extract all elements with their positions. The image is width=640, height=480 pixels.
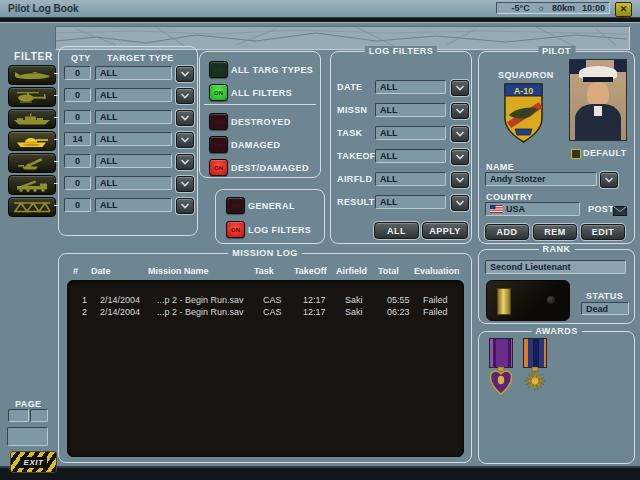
log-filters-toggle[interactable]: ON — [226, 221, 245, 238]
col-takeoff: TakeOff — [294, 266, 336, 276]
mission-log-box: MISSION LOG # Date Mission Name Task Tak… — [58, 253, 472, 463]
default-checkbox[interactable] — [571, 149, 581, 159]
qty-field-3[interactable]: 14 — [64, 132, 91, 146]
log-filters-label: LOG FILTERS — [248, 225, 311, 235]
target-type-dropdown-button-6[interactable] — [176, 198, 194, 214]
task-filter-label: TASK — [337, 128, 362, 138]
chevron-down-icon — [180, 93, 190, 99]
target-type-select-4[interactable]: ALL — [95, 154, 172, 168]
apply-button[interactable]: APPLY — [422, 222, 468, 239]
damaged-toggle[interactable]: ON — [209, 136, 228, 153]
pilot-log-book-screen: Pilot Log Book -5°C ☼ 80km 10:00 ✕ FILTE… — [0, 0, 640, 480]
second-lieutenant-bar-icon — [497, 288, 511, 315]
target-type-dropdown-button-5[interactable] — [176, 176, 194, 192]
dest-damaged-toggle[interactable]: ON — [209, 159, 228, 176]
mail-icon[interactable] — [613, 202, 627, 220]
destroyed-toggle[interactable]: ON — [209, 113, 228, 130]
takeoff-filter-dropdown-button[interactable] — [451, 149, 469, 165]
qty-field-0[interactable]: 0 — [64, 66, 91, 80]
date-filter-label: DATE — [337, 82, 362, 92]
result-filter-dropdown-button[interactable] — [451, 195, 469, 211]
pilot-title: PILOT — [538, 46, 575, 56]
sam-truck-icon — [12, 178, 52, 192]
qty-field-5[interactable]: 0 — [64, 176, 91, 190]
mission-log-row[interactable]: 1 2/14/2004 ...p 2 - Begin Run.sav CAS 1… — [68, 294, 463, 306]
svg-text:A-10: A-10 — [514, 86, 534, 96]
target-type-dropdown-button-1[interactable] — [176, 88, 194, 104]
close-icon: ✕ — [620, 4, 628, 14]
qty-field-6[interactable]: 0 — [64, 198, 91, 212]
edit-button[interactable]: EDIT — [581, 224, 625, 240]
col-mission-name: Mission Name — [148, 266, 254, 276]
helicopter-icon — [12, 90, 52, 104]
all-targ-types-label: ALL TARG TYPES — [231, 65, 313, 75]
task-filter-select[interactable]: ALL — [375, 126, 446, 140]
title-bar: Pilot Log Book -5°C ☼ 80km 10:00 ✕ — [0, 0, 640, 18]
target-type-select-6[interactable]: ALL — [95, 198, 172, 212]
result-filter-select[interactable]: ALL — [375, 195, 446, 209]
missn-filter-select[interactable]: ALL — [375, 103, 446, 117]
target-type-dropdown-button-0[interactable] — [176, 66, 194, 82]
damaged-label: DAMAGED — [231, 140, 280, 150]
target-type-select-5[interactable]: ALL — [95, 176, 172, 190]
country-label: COUNTRY — [486, 192, 533, 202]
destroyed-label: DESTROYED — [231, 117, 291, 127]
general-toggle[interactable]: ON — [226, 197, 245, 214]
qty-field-4[interactable]: 0 — [64, 154, 91, 168]
col-total: Total — [378, 266, 414, 276]
filter-button-helicopter[interactable] — [8, 87, 56, 107]
target-type-select-1[interactable]: ALL — [95, 88, 172, 102]
qty-field-1[interactable]: 0 — [64, 88, 91, 102]
exit-button[interactable]: EXIT — [10, 451, 57, 473]
takeoff-filter-select[interactable]: ALL — [375, 149, 446, 163]
post-label: POST — [588, 204, 614, 214]
target-type-select-2[interactable]: ALL — [95, 110, 172, 124]
all-filters-label: ALL FILTERS — [231, 88, 292, 98]
usa-flag-icon — [490, 205, 503, 213]
filter-button-ship[interactable] — [8, 109, 56, 129]
target-type-select-0[interactable]: ALL — [95, 66, 172, 80]
purple-heart-ribbon-icon — [489, 338, 513, 368]
rank-box: RANK Second Lieutenant STATUS Dead — [478, 249, 635, 324]
divider — [204, 104, 316, 105]
main-panel: FILTER QTY TARGET — [0, 22, 640, 468]
log-filters-box: LOG FILTERS DATE ALL MISSN ALL TASK ALL … — [330, 51, 472, 244]
airfld-filter-dropdown-button[interactable] — [451, 172, 469, 188]
general-toggles-box: ON GENERAL ON LOG FILTERS — [215, 189, 325, 244]
chevron-down-icon — [604, 177, 614, 183]
qty-field-2[interactable]: 0 — [64, 110, 91, 124]
target-type-dropdown-button-2[interactable] — [176, 110, 194, 126]
country-value: USA — [506, 203, 525, 215]
country-field[interactable]: USA — [485, 202, 580, 216]
target-type-select-3[interactable]: ALL — [95, 132, 172, 146]
filter-section-label: FILTER — [14, 51, 53, 62]
missn-filter-dropdown-button[interactable] — [451, 103, 469, 119]
all-button[interactable]: ALL — [374, 222, 419, 239]
pilot-name-select[interactable]: Andy Stotzer — [485, 172, 597, 186]
all-targ-types-toggle[interactable]: ON — [209, 61, 228, 78]
target-type-dropdown-button-4[interactable] — [176, 154, 194, 170]
rem-button[interactable]: REM — [533, 224, 577, 240]
mission-log-row[interactable]: 2 2/14/2004 ...p 2 - Begin Run.sav CAS 1… — [68, 306, 463, 318]
page-prev-button[interactable] — [8, 409, 29, 422]
filter-button-artillery[interactable] — [8, 153, 56, 173]
pilot-name-dropdown-button[interactable] — [600, 172, 618, 188]
all-filters-toggle[interactable]: ON — [209, 84, 228, 101]
artillery-icon — [12, 156, 52, 170]
target-type-dropdown-button-3[interactable] — [176, 132, 194, 148]
clock-value: 10:00 — [582, 3, 605, 13]
filter-button-aircraft[interactable] — [8, 65, 56, 85]
log-filters-title: LOG FILTERS — [365, 46, 437, 56]
page-next-button[interactable] — [30, 409, 48, 422]
filter-button-tank[interactable] — [8, 131, 56, 151]
add-button[interactable]: ADD — [485, 224, 529, 240]
date-filter-select[interactable]: ALL — [375, 80, 446, 94]
airfld-filter-select[interactable]: ALL — [375, 172, 446, 186]
status-label: STATUS — [586, 291, 623, 301]
filter-button-bridge[interactable] — [8, 197, 56, 217]
close-button[interactable]: ✕ — [615, 2, 632, 17]
date-filter-dropdown-button[interactable] — [451, 80, 469, 96]
task-filter-dropdown-button[interactable] — [451, 126, 469, 142]
temperature-value: -5°C — [512, 3, 530, 13]
filter-button-sam-truck[interactable] — [8, 175, 56, 195]
